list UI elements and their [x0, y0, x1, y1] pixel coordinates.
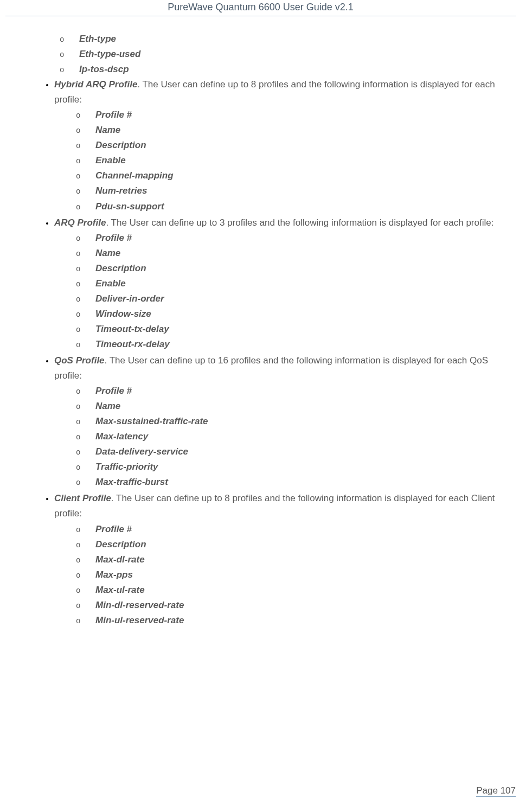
- item-label: Traffic-priority: [95, 462, 158, 472]
- list-item: Max-sustained-traffic-rate: [76, 414, 510, 429]
- section-hybrid-arq: Hybrid ARQ Profile. The User can define …: [54, 77, 510, 214]
- list-item: Pdu-sn-support: [76, 199, 510, 214]
- list-item: Max-traffic-burst: [76, 475, 510, 490]
- list-item: Name: [76, 399, 510, 414]
- item-label: Max-dl-rate: [95, 554, 145, 565]
- list-item: Description: [76, 261, 510, 276]
- sub-list: Profile # Name Max-sustained-traffic-rat…: [54, 383, 510, 490]
- item-label: Eth-type-used: [79, 49, 140, 59]
- item-label: Profile #: [95, 110, 132, 120]
- sub-list: Profile # Description Max-dl-rate Max-pp…: [54, 522, 510, 628]
- section-title: QoS Profile: [54, 355, 105, 366]
- item-label: Num-retries: [95, 185, 147, 196]
- sub-list: Profile # Name Description Enable Delive…: [54, 231, 510, 352]
- item-label: Name: [95, 248, 120, 258]
- list-item: Timeout-tx-delay: [76, 322, 510, 337]
- header-title: PureWave Quantum 6600 User Guide v2.1: [168, 2, 354, 12]
- section-title: ARQ Profile: [54, 218, 106, 228]
- item-label: Name: [95, 125, 120, 135]
- item-label: Ip-tos-dscp: [79, 64, 129, 74]
- intro-list: Eth-type Eth-type-used Ip-tos-dscp: [38, 31, 510, 77]
- list-item: Min-ul-reserved-rate: [76, 613, 510, 628]
- list-item: Window-size: [76, 306, 510, 322]
- item-label: Max-sustained-traffic-rate: [95, 416, 208, 426]
- item-label: Description: [95, 539, 146, 549]
- item-label: Deliver-in-order: [95, 293, 164, 304]
- list-item: Max-pps: [76, 567, 510, 583]
- list-item: Timeout-rx-delay: [76, 337, 510, 352]
- item-label: Profile #: [95, 524, 132, 534]
- list-item: Max-dl-rate: [76, 552, 510, 567]
- main-list: Hybrid ARQ Profile. The User can define …: [38, 77, 510, 628]
- item-label: Channel-mapping: [95, 170, 174, 181]
- item-label: Profile #: [95, 233, 132, 243]
- item-label: Max-pps: [95, 570, 133, 580]
- item-label: Max-ul-rate: [95, 585, 145, 595]
- item-label: Description: [95, 140, 146, 150]
- item-label: Name: [95, 401, 120, 411]
- item-label: Max-traffic-burst: [95, 477, 168, 487]
- section-arq: ARQ Profile. The User can define up to 3…: [54, 215, 510, 352]
- item-label: Min-ul-reserved-rate: [95, 615, 184, 625]
- list-item: Profile #: [76, 383, 510, 399]
- list-item: Deliver-in-order: [76, 291, 510, 306]
- list-item: Profile #: [76, 522, 510, 537]
- list-item: Min-dl-reserved-rate: [76, 598, 510, 613]
- page-content: Eth-type Eth-type-used Ip-tos-dscp Hybri…: [5, 31, 516, 628]
- item-label: Eth-type: [79, 34, 116, 44]
- item-label: Timeout-rx-delay: [95, 339, 170, 349]
- list-item: Traffic-priority: [76, 459, 510, 475]
- list-item: Channel-mapping: [76, 168, 510, 183]
- section-desc: . The User can define up to 16 profiles …: [54, 355, 488, 381]
- item-label: Timeout-tx-delay: [95, 324, 169, 334]
- list-item: Data-delivery-service: [76, 444, 510, 459]
- list-item: Enable: [76, 153, 510, 168]
- list-item: Description: [76, 138, 510, 153]
- section-desc: . The User can define up to 8 profiles a…: [54, 493, 495, 519]
- section-title: Hybrid ARQ Profile: [54, 79, 137, 89]
- list-item: Max-latency: [76, 429, 510, 444]
- section-desc: . The User can define up to 3 profiles a…: [106, 218, 493, 228]
- list-item: Profile #: [76, 107, 510, 123]
- item-label: Description: [95, 263, 146, 273]
- item-label: Enable: [95, 155, 126, 165]
- list-item: Eth-type-used: [60, 47, 510, 62]
- item-label: Enable: [95, 278, 126, 289]
- list-item: Num-retries: [76, 183, 510, 199]
- item-label: Min-dl-reserved-rate: [95, 600, 184, 610]
- item-label: Max-latency: [95, 431, 148, 442]
- item-label: Data-delivery-service: [95, 446, 188, 457]
- list-item: Description: [76, 537, 510, 552]
- list-item: Enable: [76, 276, 510, 291]
- item-label: Pdu-sn-support: [95, 201, 164, 212]
- list-item: Eth-type: [60, 31, 510, 47]
- list-item: Name: [76, 246, 510, 261]
- section-qos: QoS Profile. The User can define up to 1…: [54, 353, 510, 490]
- item-label: Window-size: [95, 309, 151, 319]
- list-item: Max-ul-rate: [76, 583, 510, 598]
- list-item: Profile #: [76, 231, 510, 246]
- page-header: PureWave Quantum 6600 User Guide v2.1: [5, 0, 516, 16]
- sub-list: Profile # Name Description Enable Channe…: [54, 107, 510, 214]
- item-label: Profile #: [95, 386, 132, 396]
- section-title: Client Profile: [54, 493, 111, 503]
- list-item: Name: [76, 123, 510, 138]
- section-client: Client Profile. The User can define up t…: [54, 491, 510, 628]
- list-item: Ip-tos-dscp: [60, 62, 510, 77]
